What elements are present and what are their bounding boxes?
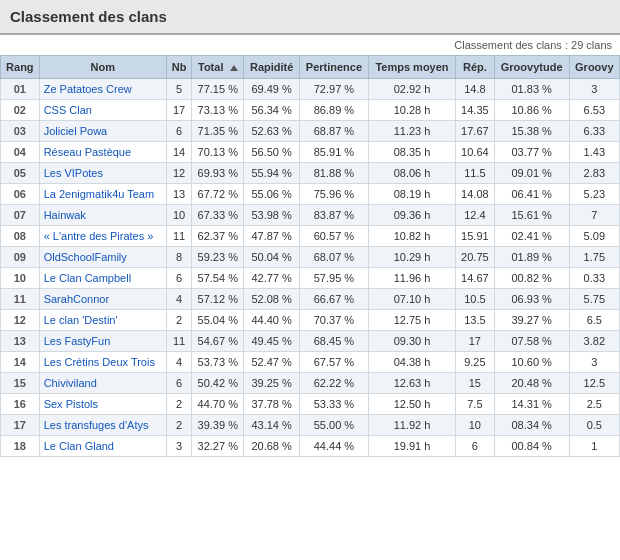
table-row: 16Sex Pistols244.70 %37.78 %53.33 %12.50… bbox=[1, 394, 620, 415]
cell-pertinence: 83.87 % bbox=[299, 205, 368, 226]
col-temps: Temps moyen bbox=[369, 56, 456, 79]
cell-rang: 05 bbox=[1, 163, 40, 184]
cell-groovytude: 01.89 % bbox=[494, 247, 569, 268]
cell-temps: 08.19 h bbox=[369, 184, 456, 205]
cell-groovy: 5.75 bbox=[569, 289, 619, 310]
cell-groovy: 0.33 bbox=[569, 268, 619, 289]
cell-groovy: 5.09 bbox=[569, 226, 619, 247]
table-row: 01Ze Patatoes Crew577.15 %69.49 %72.97 %… bbox=[1, 79, 620, 100]
cell-groovytude: 39.27 % bbox=[494, 310, 569, 331]
cell-nom[interactable]: Hainwak bbox=[39, 205, 166, 226]
cell-groovytude: 14.31 % bbox=[494, 394, 569, 415]
cell-temps: 04.38 h bbox=[369, 352, 456, 373]
cell-rapidite: 55.06 % bbox=[244, 184, 300, 205]
cell-rep: 15 bbox=[456, 373, 495, 394]
cell-rang: 14 bbox=[1, 352, 40, 373]
cell-groovy: 1.43 bbox=[569, 142, 619, 163]
cell-nom[interactable]: OldSchoolFamily bbox=[39, 247, 166, 268]
cell-nom[interactable]: Réseau Pastèque bbox=[39, 142, 166, 163]
cell-rang: 03 bbox=[1, 121, 40, 142]
cell-groovytude: 06.93 % bbox=[494, 289, 569, 310]
cell-nb: 3 bbox=[167, 436, 192, 457]
table-row: 07Hainwak1067.33 %53.98 %83.87 %09.36 h1… bbox=[1, 205, 620, 226]
cell-rang: 01 bbox=[1, 79, 40, 100]
cell-nom[interactable]: Le Clan Campbell bbox=[39, 268, 166, 289]
cell-rapidite: 55.94 % bbox=[244, 163, 300, 184]
cell-groovytude: 00.82 % bbox=[494, 268, 569, 289]
cell-rapidite: 52.47 % bbox=[244, 352, 300, 373]
cell-nb: 11 bbox=[167, 226, 192, 247]
cell-groovy: 3.82 bbox=[569, 331, 619, 352]
cell-nom[interactable]: Le clan 'Destin' bbox=[39, 310, 166, 331]
cell-nb: 2 bbox=[167, 310, 192, 331]
cell-rep: 7.5 bbox=[456, 394, 495, 415]
cell-groovytude: 06.41 % bbox=[494, 184, 569, 205]
cell-nom[interactable]: Le Clan Gland bbox=[39, 436, 166, 457]
cell-nom[interactable]: Chiviviland bbox=[39, 373, 166, 394]
cell-pertinence: 75.96 % bbox=[299, 184, 368, 205]
cell-nb: 2 bbox=[167, 415, 192, 436]
cell-pertinence: 68.87 % bbox=[299, 121, 368, 142]
cell-temps: 09.30 h bbox=[369, 331, 456, 352]
cell-nom[interactable]: « L'antre des Pirates » bbox=[39, 226, 166, 247]
cell-nom[interactable]: Les FastyFun bbox=[39, 331, 166, 352]
clans-table: Rang Nom Nb Total Rapidité Pertinence Te… bbox=[0, 55, 620, 457]
cell-total: 54.67 % bbox=[192, 331, 244, 352]
cell-total: 73.13 % bbox=[192, 100, 244, 121]
cell-temps: 12.63 h bbox=[369, 373, 456, 394]
table-row: 13Les FastyFun1154.67 %49.45 %68.45 %09.… bbox=[1, 331, 620, 352]
cell-rang: 13 bbox=[1, 331, 40, 352]
col-rep: Rép. bbox=[456, 56, 495, 79]
subtitle: Classement des clans : 29 clans bbox=[0, 35, 620, 55]
col-rang: Rang bbox=[1, 56, 40, 79]
cell-total: 62.37 % bbox=[192, 226, 244, 247]
cell-temps: 09.36 h bbox=[369, 205, 456, 226]
col-total: Total bbox=[192, 56, 244, 79]
cell-nom[interactable]: Les Crétins Deux Trois bbox=[39, 352, 166, 373]
cell-rang: 17 bbox=[1, 415, 40, 436]
table-row: 15Chiviviland650.42 %39.25 %62.22 %12.63… bbox=[1, 373, 620, 394]
cell-nom[interactable]: SarahConnor bbox=[39, 289, 166, 310]
cell-temps: 11.92 h bbox=[369, 415, 456, 436]
cell-nom[interactable]: Les transfuges d'Atys bbox=[39, 415, 166, 436]
col-nb: Nb bbox=[167, 56, 192, 79]
cell-nb: 4 bbox=[167, 352, 192, 373]
cell-total: 69.93 % bbox=[192, 163, 244, 184]
cell-nom[interactable]: Ze Patatoes Crew bbox=[39, 79, 166, 100]
cell-nom[interactable]: Joliciel Powa bbox=[39, 121, 166, 142]
cell-nom[interactable]: Sex Pistols bbox=[39, 394, 166, 415]
cell-rep: 11.5 bbox=[456, 163, 495, 184]
cell-total: 44.70 % bbox=[192, 394, 244, 415]
cell-temps: 12.75 h bbox=[369, 310, 456, 331]
cell-rapidite: 42.77 % bbox=[244, 268, 300, 289]
cell-total: 53.73 % bbox=[192, 352, 244, 373]
col-rapidite: Rapidité bbox=[244, 56, 300, 79]
cell-nom[interactable]: CSS Clan bbox=[39, 100, 166, 121]
cell-nom[interactable]: La 2enigmatik4u Team bbox=[39, 184, 166, 205]
cell-rep: 20.75 bbox=[456, 247, 495, 268]
cell-groovytude: 10.86 % bbox=[494, 100, 569, 121]
cell-rapidite: 50.04 % bbox=[244, 247, 300, 268]
cell-groovytude: 09.01 % bbox=[494, 163, 569, 184]
cell-pertinence: 70.37 % bbox=[299, 310, 368, 331]
table-row: 08« L'antre des Pirates »1162.37 %47.87 … bbox=[1, 226, 620, 247]
cell-rang: 09 bbox=[1, 247, 40, 268]
cell-pertinence: 81.88 % bbox=[299, 163, 368, 184]
cell-groovytude: 20.48 % bbox=[494, 373, 569, 394]
cell-pertinence: 86.89 % bbox=[299, 100, 368, 121]
cell-rang: 08 bbox=[1, 226, 40, 247]
cell-rang: 10 bbox=[1, 268, 40, 289]
cell-rang: 06 bbox=[1, 184, 40, 205]
cell-rep: 17.67 bbox=[456, 121, 495, 142]
cell-groovy: 6.5 bbox=[569, 310, 619, 331]
cell-rep: 10.5 bbox=[456, 289, 495, 310]
cell-groovytude: 07.58 % bbox=[494, 331, 569, 352]
cell-groovy: 12.5 bbox=[569, 373, 619, 394]
cell-temps: 11.96 h bbox=[369, 268, 456, 289]
cell-nom[interactable]: Les VIPotes bbox=[39, 163, 166, 184]
cell-rep: 15.91 bbox=[456, 226, 495, 247]
cell-pertinence: 55.00 % bbox=[299, 415, 368, 436]
cell-nb: 17 bbox=[167, 100, 192, 121]
cell-total: 39.39 % bbox=[192, 415, 244, 436]
cell-nb: 10 bbox=[167, 205, 192, 226]
